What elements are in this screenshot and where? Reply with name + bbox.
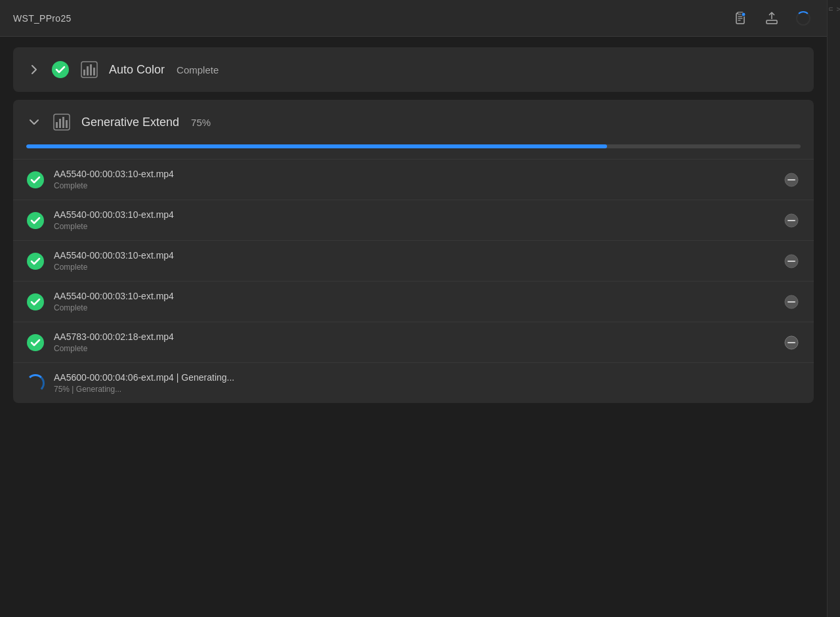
sub-item-status: Complete <box>54 303 773 312</box>
list-item: AA5600-00:00:04:06-ext.mp4 | Generating.… <box>13 363 814 403</box>
minus-circle-icon <box>784 173 799 187</box>
sub-item-info: AA5540-00:00:03:10-ext.mp4 Complete <box>54 169 773 190</box>
item-check-icon <box>26 171 45 189</box>
clipboard-icon <box>733 11 747 26</box>
sub-item-name: AA5540-00:00:03:10-ext.mp4 <box>54 250 773 261</box>
svg-rect-13 <box>93 68 95 75</box>
minus-circle-icon <box>784 335 799 350</box>
minus-circle-icon <box>784 295 799 309</box>
list-item: AA5540-00:00:03:10-ext.mp4 Complete <box>13 282 814 322</box>
list-item: AA5783-00:00:02:18-ext.mp4 Complete <box>13 322 814 363</box>
sub-item-status: Complete <box>54 181 773 190</box>
task-type-icon-gen <box>51 112 72 133</box>
sub-item-status: Complete <box>54 263 773 272</box>
sub-item-info: AA5540-00:00:03:10-ext.mp4 Complete <box>54 291 773 312</box>
sub-items-list: AA5540-00:00:03:10-ext.mp4 Complete <box>13 159 814 403</box>
svg-rect-15 <box>56 122 58 128</box>
item-check-icon <box>26 293 45 311</box>
svg-rect-10 <box>83 70 85 75</box>
remove-button[interactable] <box>782 333 801 352</box>
title-actions <box>730 8 814 29</box>
svg-rect-16 <box>59 119 61 128</box>
generating-spinner <box>26 374 45 393</box>
sidebar-strip-label: nv <box>826 7 841 11</box>
svg-point-5 <box>742 12 746 16</box>
sub-item-name: AA5600-00:00:04:06-ext.mp4 | Generating.… <box>54 372 801 383</box>
sub-item-info: AA5540-00:00:03:10-ext.mp4 Complete <box>54 250 773 272</box>
list-item: AA5540-00:00:03:10-ext.mp4 Complete <box>13 241 814 282</box>
svg-point-8 <box>52 61 69 78</box>
gen-extend-title: Generative Extend <box>81 116 179 129</box>
histogram-icon-gen <box>52 113 71 131</box>
svg-rect-6 <box>766 20 777 24</box>
export-icon-button[interactable] <box>761 8 782 29</box>
chevron-down-button[interactable] <box>26 114 42 130</box>
task-header-auto-color: Auto Color Complete <box>13 47 814 92</box>
task-type-icon <box>79 59 100 80</box>
sub-item-name: AA5540-00:00:03:10-ext.mp4 <box>54 209 773 220</box>
window-title: WST_PPro25 <box>13 13 72 24</box>
svg-rect-12 <box>90 64 92 75</box>
right-sidebar: nv <box>827 0 840 617</box>
sub-item-info: AA5600-00:00:04:06-ext.mp4 | Generating.… <box>54 372 801 394</box>
sub-item-status: 75% | Generating... <box>54 385 801 394</box>
sub-item-status: Complete <box>54 344 773 353</box>
histogram-icon <box>80 60 98 79</box>
export-icon <box>765 11 779 26</box>
task-card-auto-color: Auto Color Complete <box>13 47 814 92</box>
remove-button[interactable] <box>782 293 801 311</box>
progress-bar-fill <box>26 144 607 148</box>
item-check-icon <box>26 333 45 352</box>
main-panel: WST_PPro25 <box>0 0 827 617</box>
loading-icon-button[interactable] <box>793 8 814 29</box>
item-check-icon <box>26 252 45 270</box>
auto-color-title: Auto Color <box>109 63 165 77</box>
remove-button[interactable] <box>782 171 801 189</box>
list-item: AA5540-00:00:03:10-ext.mp4 Complete <box>13 200 814 241</box>
title-bar: WST_PPro25 <box>0 0 827 37</box>
svg-point-28 <box>27 293 44 310</box>
sub-item-status: Complete <box>54 222 773 231</box>
content-area: Auto Color Complete <box>0 37 827 617</box>
svg-point-25 <box>27 253 44 270</box>
clipboard-icon-button[interactable] <box>730 8 751 29</box>
minus-circle-icon <box>784 254 799 268</box>
minus-circle-icon <box>784 213 799 228</box>
remove-button[interactable] <box>782 252 801 270</box>
sub-item-name: AA5540-00:00:03:10-ext.mp4 <box>54 291 773 301</box>
progress-bar-container <box>13 144 814 159</box>
list-item: AA5540-00:00:03:10-ext.mp4 Complete <box>13 160 814 200</box>
chevron-down-icon <box>29 119 39 125</box>
gen-extend-status: 75% <box>191 117 211 128</box>
svg-point-19 <box>27 171 44 188</box>
task-header-generative-extend: Generative Extend 75% <box>13 100 814 144</box>
svg-rect-11 <box>87 66 89 75</box>
chevron-right-button[interactable] <box>26 62 42 77</box>
remove-button[interactable] <box>782 211 801 230</box>
sub-item-name: AA5783-00:00:02:18-ext.mp4 <box>54 331 773 342</box>
chevron-right-icon <box>31 64 37 75</box>
svg-rect-18 <box>66 120 68 128</box>
svg-point-31 <box>27 334 44 351</box>
item-check-icon <box>26 211 45 230</box>
auto-color-status: Complete <box>177 64 219 75</box>
svg-rect-17 <box>62 117 64 128</box>
progress-bar-track <box>26 144 801 148</box>
complete-check-icon <box>51 60 70 79</box>
sub-item-info: AA5540-00:00:03:10-ext.mp4 Complete <box>54 209 773 231</box>
task-card-generative-extend: Generative Extend 75% AA5540-0 <box>13 100 814 403</box>
svg-point-22 <box>27 212 44 229</box>
sub-item-name: AA5540-00:00:03:10-ext.mp4 <box>54 169 773 179</box>
sub-item-info: AA5783-00:00:02:18-ext.mp4 Complete <box>54 331 773 353</box>
